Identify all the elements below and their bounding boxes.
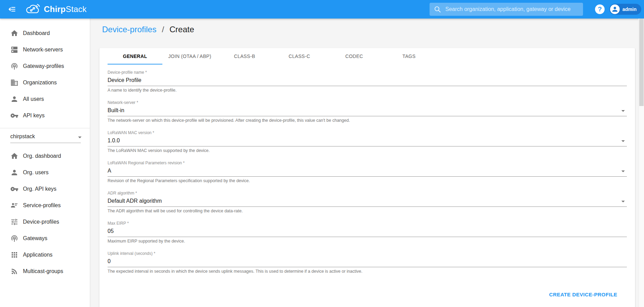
- max-eirp-input[interactable]: [108, 226, 627, 237]
- field-helper: The LoRaWAN MAC version supported by the…: [108, 148, 627, 153]
- chevron-down-icon[interactable]: [621, 110, 625, 112]
- person-icon: [10, 95, 18, 103]
- page-scrollbar[interactable]: [639, 19, 644, 307]
- field-label: Uplink interval (seconds) *: [108, 251, 627, 256]
- uplink-interval-input[interactable]: [108, 256, 627, 267]
- scrollbar-thumb[interactable]: [639, 19, 644, 106]
- lorawan-mac-version-select[interactable]: [108, 135, 627, 146]
- create-device-profile-button[interactable]: CREATE DEVICE-PROFILE: [548, 289, 619, 300]
- sidebar-item-service-profiles[interactable]: Service-profiles: [0, 197, 90, 214]
- apps-icon: [10, 251, 18, 259]
- tab-codec[interactable]: CODEC: [327, 48, 382, 64]
- main-content: Device-profiles / Create GENERAL JOIN (O…: [90, 19, 639, 307]
- topbar: ChirpStack ? admin: [0, 0, 644, 19]
- sidebar-item-api-keys[interactable]: API keys: [0, 107, 90, 124]
- global-search[interactable]: [430, 3, 583, 16]
- sidebar-item-all-users[interactable]: All users: [0, 91, 90, 107]
- key-icon: [10, 111, 18, 120]
- brand-text: ChirpStack: [44, 4, 87, 14]
- field-label: LoRaWAN MAC version *: [108, 130, 627, 135]
- sidebar-item-org-dashboard[interactable]: Org. dashboard: [0, 148, 90, 164]
- tab-class-c[interactable]: CLASS-C: [272, 48, 327, 64]
- sidebar-item-label: Org. users: [23, 169, 49, 176]
- search-input[interactable]: [445, 6, 579, 13]
- field-helper: Maximum EIRP supported by the device.: [108, 239, 627, 244]
- tab-general[interactable]: GENERAL: [108, 48, 162, 64]
- field-device-profile-name: Device-profile name * A name to identify…: [108, 70, 627, 93]
- field-helper: The network-server on which this device-…: [108, 118, 627, 123]
- user-name: admin: [622, 7, 636, 12]
- page-title: Create: [170, 25, 194, 34]
- chevron-down-icon[interactable]: [621, 201, 625, 202]
- sidebar-item-org-users[interactable]: Org. users: [0, 164, 90, 181]
- sidebar-divider: [0, 128, 90, 128]
- account-avatar-icon: [610, 4, 620, 14]
- home-icon: [10, 152, 18, 160]
- tab-join-otaa-abp[interactable]: JOIN (OTAA / ABP): [162, 48, 217, 64]
- field-label: Max EIRP *: [108, 221, 627, 226]
- sidebar-item-gateway-profiles[interactable]: Gateway-profiles: [0, 58, 90, 74]
- tune-icon: [10, 218, 18, 226]
- sidebar-item-label: Network-servers: [23, 47, 63, 53]
- help-icon: ?: [598, 5, 602, 13]
- sidebar-item-label: Applications: [23, 252, 52, 258]
- wifi-tethering-icon: [10, 234, 18, 243]
- field-label: LoRaWAN Regional Parameters revision *: [108, 161, 627, 165]
- field-lorawan-mac-version: LoRaWAN MAC version * The LoRaWAN MAC ve…: [108, 130, 627, 153]
- brand-stack: Stack: [66, 4, 87, 14]
- domain-icon: [10, 79, 18, 87]
- sidebar-item-label: Gateways: [23, 235, 47, 241]
- dns-icon: [10, 46, 18, 54]
- organization-select[interactable]: chirpstack: [10, 132, 81, 143]
- field-adr-algorithm: ADR algorithm * The ADR algorithm that w…: [108, 191, 627, 213]
- field-helper: Revision of the Regional Parameters spec…: [108, 178, 627, 183]
- device-profile-name-input[interactable]: [108, 75, 627, 86]
- sidebar-item-network-servers[interactable]: Network-servers: [0, 42, 90, 58]
- sidebar-item-multicast-groups[interactable]: Multicast-groups: [0, 263, 90, 280]
- device-profile-form: Device-profile name * A name to identify…: [99, 70, 635, 300]
- sidebar-item-label: API keys: [23, 113, 45, 119]
- field-uplink-interval: Uplink interval (seconds) * The expected…: [108, 251, 627, 274]
- user-menu-button[interactable]: admin: [609, 4, 641, 15]
- adr-algorithm-select[interactable]: [108, 196, 627, 207]
- create-device-profile-card: GENERAL JOIN (OTAA / ABP) CLASS-B CLASS-…: [99, 48, 635, 307]
- key-icon: [10, 185, 18, 193]
- person-list-icon: [10, 201, 18, 210]
- sidebar: Dashboard Network-servers Gateway-profil…: [0, 19, 90, 307]
- chevron-down-icon: [78, 137, 82, 138]
- sidebar-item-gateways[interactable]: Gateways: [0, 230, 90, 247]
- sidebar-item-device-profiles[interactable]: Device-profiles: [0, 214, 90, 230]
- form-actions: CREATE DEVICE-PROFILE: [108, 274, 627, 300]
- sidebar-item-label: Organizations: [23, 80, 57, 86]
- field-regional-parameters-revision: LoRaWAN Regional Parameters revision * R…: [108, 161, 627, 183]
- field-network-server: Network-server * The network-server on w…: [108, 100, 627, 123]
- home-icon: [10, 29, 18, 37]
- tab-bar: GENERAL JOIN (OTAA / ABP) CLASS-B CLASS-…: [99, 48, 635, 64]
- organization-select-value: chirpstack: [10, 133, 35, 139]
- field-max-eirp: Max EIRP * Maximum EIRP supported by the…: [108, 221, 627, 244]
- help-button[interactable]: ?: [595, 4, 605, 14]
- tab-class-b[interactable]: CLASS-B: [217, 48, 272, 64]
- chirpstack-logo: ChirpStack: [25, 3, 87, 15]
- sidebar-item-label: All users: [23, 96, 44, 102]
- brand-chirp: Chirp: [44, 4, 66, 14]
- tab-tags[interactable]: TAGS: [382, 48, 436, 64]
- sidebar-item-org-api-keys[interactable]: Org. API keys: [0, 181, 90, 197]
- sidebar-item-applications[interactable]: Applications: [0, 247, 90, 263]
- sidebar-item-label: Gateway-profiles: [23, 63, 64, 69]
- chevron-down-icon[interactable]: [621, 170, 625, 172]
- sidebar-item-label: Multicast-groups: [23, 268, 63, 274]
- collapse-drawer-icon[interactable]: [7, 4, 17, 14]
- breadcrumb-device-profiles-link[interactable]: Device-profiles: [102, 25, 157, 34]
- field-label: Device-profile name *: [108, 70, 627, 75]
- sidebar-item-label: Service-profiles: [23, 202, 61, 209]
- sidebar-item-organizations[interactable]: Organizations: [0, 74, 90, 91]
- regional-parameters-revision-select[interactable]: [108, 165, 627, 177]
- field-helper: The expected interval in seconds in whic…: [108, 269, 627, 274]
- chevron-down-icon[interactable]: [621, 140, 625, 142]
- breadcrumb-separator: /: [162, 25, 164, 34]
- network-server-select[interactable]: [108, 105, 627, 116]
- sidebar-item-label: Dashboard: [23, 30, 50, 36]
- sidebar-item-dashboard[interactable]: Dashboard: [0, 25, 90, 42]
- search-icon: [434, 5, 441, 13]
